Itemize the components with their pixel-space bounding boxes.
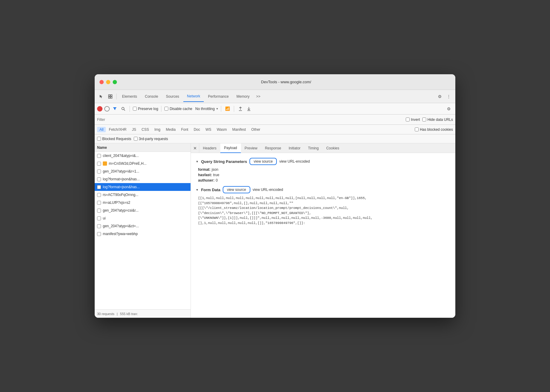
list-item[interactable]: log?format=json&has...	[95, 175, 191, 183]
param-key-format: format:	[198, 167, 210, 172]
form-data-section-header: ▼ Form Data view source view URL-encoded	[196, 186, 451, 193]
item-name: manifest?pwa=webhp	[103, 232, 188, 236]
param-key-hasfast: hasfast:	[198, 173, 212, 177]
network-settings-icon[interactable]: ⚙	[445, 105, 453, 113]
tab-initiator[interactable]: Initiator	[285, 143, 304, 153]
hide-data-urls-checkbox[interactable]	[422, 118, 426, 121]
filter-js[interactable]: JS	[130, 127, 139, 132]
preserve-log-checkbox[interactable]	[133, 107, 137, 111]
tab-memory[interactable]: Memory	[233, 91, 253, 102]
item-checkbox[interactable]	[97, 201, 101, 205]
has-blocked-cookies-checkbox[interactable]	[415, 127, 419, 131]
item-checkbox[interactable]	[97, 224, 101, 228]
network-list: client_204?&atyp=i&... m=CnSW2d,DPreE,H.…	[95, 152, 191, 309]
tab-network[interactable]: Network	[183, 91, 204, 102]
list-item[interactable]: client_204?&atyp=i&...	[95, 152, 191, 160]
filter-img[interactable]: Img	[152, 127, 163, 132]
item-checkbox[interactable]	[97, 216, 101, 220]
filter-ws[interactable]: WS	[203, 127, 214, 132]
form-collapse-triangle[interactable]: ▼	[196, 188, 199, 191]
tab-console[interactable]: Console	[141, 91, 162, 102]
wifi-icon[interactable]: 📶	[224, 106, 231, 112]
item-name: m=aLUfP?xjs=s2	[103, 201, 188, 205]
settings-icon[interactable]: ⚙	[435, 92, 444, 101]
item-name: m=CnSW2d,DPreE,H...	[109, 161, 188, 166]
list-item[interactable]: m=aLUfP?xjs=s2	[95, 199, 191, 207]
tab-cookies[interactable]: Cookies	[322, 143, 343, 153]
item-checkbox[interactable]	[97, 177, 101, 181]
disable-cache-checkbox[interactable]	[164, 107, 168, 111]
item-checkbox[interactable]	[97, 193, 101, 197]
filter-doc[interactable]: Doc	[191, 127, 202, 132]
close-button[interactable]	[99, 80, 104, 84]
toolbar2-separator4	[234, 106, 234, 112]
inspect-icon[interactable]	[106, 92, 115, 101]
item-checkbox[interactable]	[97, 162, 101, 166]
item-name: rs=ACT90oFqOrnng...	[103, 193, 188, 197]
item-checkbox[interactable]	[97, 170, 101, 173]
blocked-requests-checkbox[interactable]	[97, 137, 101, 141]
query-view-encoded-button[interactable]: view URL-encoded	[279, 159, 310, 164]
record-button[interactable]	[97, 106, 102, 112]
search-icon[interactable]	[120, 106, 127, 112]
svg-rect-3	[111, 97, 112, 98]
param-row-hasfast: hasfast: true	[196, 173, 451, 177]
throttle-chevron[interactable]: ▾	[216, 107, 218, 110]
has-blocked-cookies-label[interactable]: Has blocked cookies	[415, 127, 453, 132]
list-item[interactable]: gen_204?atyp=i&r=1...	[95, 167, 191, 175]
blocked-requests-label[interactable]: Blocked Requests	[97, 137, 131, 141]
invert-label[interactable]: Invert	[406, 118, 420, 122]
form-data-content: [[1,null,null,null,null,null,null,null,n…	[196, 196, 451, 225]
filter-fetch-xhr[interactable]: Fetch/XHR	[106, 127, 129, 132]
item-checkbox[interactable]	[97, 185, 101, 189]
item-checkbox[interactable]	[97, 154, 101, 158]
third-party-label[interactable]: 3rd-party requests	[134, 137, 168, 141]
list-item[interactable]: rs=ACT90oFqOrnng...	[95, 191, 191, 199]
collapse-triangle[interactable]: ▼	[196, 160, 199, 163]
query-view-source-button[interactable]: view source	[249, 158, 277, 165]
filter-manifest[interactable]: Manifest	[230, 127, 248, 132]
network-toolbar: Preserve log Disable cache No throttling…	[95, 103, 455, 115]
filter-css[interactable]: CSS	[139, 127, 151, 132]
close-detail-button[interactable]: ✕	[191, 143, 199, 153]
item-checkbox[interactable]	[97, 209, 101, 213]
disable-cache-label[interactable]: Disable cache	[164, 107, 192, 111]
right-panel: ✕ Headers Payload Preview Response Initi…	[191, 143, 455, 318]
filter-font[interactable]: Font	[179, 127, 191, 132]
filter-media[interactable]: Media	[163, 127, 178, 132]
filter-wasm[interactable]: Wasm	[214, 127, 229, 132]
minimize-button[interactable]	[106, 80, 110, 84]
upload-icon[interactable]	[237, 106, 244, 112]
tab-elements[interactable]: Elements	[118, 91, 141, 102]
list-item[interactable]: ui	[95, 214, 191, 222]
cursor-icon[interactable]	[97, 92, 105, 101]
download-icon[interactable]	[246, 106, 252, 112]
form-view-encoded-button[interactable]: view URL-encoded	[253, 188, 283, 192]
invert-checkbox[interactable]	[406, 118, 410, 121]
tab-sources[interactable]: Sources	[162, 91, 183, 102]
list-item[interactable]: m=CnSW2d,DPreE,H...	[95, 160, 191, 167]
tab-preview[interactable]: Preview	[241, 143, 261, 153]
param-key-authuser: authuser:	[198, 178, 215, 182]
clear-button[interactable]	[104, 106, 110, 112]
list-item[interactable]: gen_204?atyp=csi&r...	[95, 207, 191, 214]
form-view-source-button[interactable]: view source	[223, 186, 250, 193]
item-checkbox[interactable]	[97, 232, 101, 236]
tab-timing[interactable]: Timing	[304, 143, 323, 153]
list-item[interactable]: manifest?pwa=webhp	[95, 230, 191, 238]
tab-payload[interactable]: Payload	[220, 143, 241, 153]
filter-all[interactable]: All	[97, 127, 106, 132]
tab-performance[interactable]: Performance	[204, 91, 232, 102]
list-item-selected[interactable]: log?format=json&has...	[95, 183, 191, 191]
maximize-button[interactable]	[113, 80, 117, 84]
list-item[interactable]: gen_204?atyp=i&ct=...	[95, 222, 191, 230]
tab-headers[interactable]: Headers	[199, 143, 220, 153]
filter-other[interactable]: Other	[249, 127, 263, 132]
tab-response[interactable]: Response	[261, 143, 285, 153]
more-options-icon[interactable]: ⋮	[445, 92, 453, 101]
preserve-log-label[interactable]: Preserve log	[133, 107, 158, 111]
filter-icon[interactable]	[112, 106, 118, 112]
third-party-checkbox[interactable]	[134, 137, 138, 141]
more-tabs-button[interactable]: >>	[254, 93, 263, 100]
hide-data-urls-label[interactable]: Hide data URLs	[422, 118, 453, 122]
